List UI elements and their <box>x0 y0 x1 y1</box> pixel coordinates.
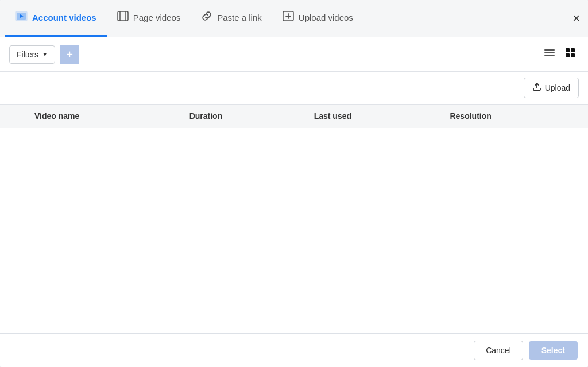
add-button[interactable]: + <box>60 45 79 64</box>
page-videos-icon <box>117 10 129 25</box>
paste-link-icon <box>201 10 212 25</box>
tab-paste-link[interactable]: Paste a link <box>191 0 272 37</box>
toolbar: Filters ▼ + <box>0 37 588 72</box>
upload-row: Upload <box>0 72 588 105</box>
tab-account-videos[interactable]: Account videos <box>5 0 107 37</box>
svg-rect-3 <box>118 11 128 21</box>
grid-view-button[interactable] <box>562 44 579 64</box>
videos-table: Video name Duration Last used Resolution <box>0 105 588 128</box>
svg-rect-13 <box>571 48 575 52</box>
close-button[interactable]: × <box>572 12 580 25</box>
upload-icon <box>532 82 541 94</box>
table-header-video-name: Video name <box>26 105 181 128</box>
tab-account-videos-label: Account videos <box>32 13 96 22</box>
table-header-checkbox <box>0 105 26 128</box>
modal-container: Account videos Page videos Paste a link <box>0 0 588 367</box>
tab-upload-videos-label: Upload videos <box>299 13 353 22</box>
upload-videos-icon <box>283 10 294 25</box>
svg-rect-15 <box>571 53 575 57</box>
svg-rect-12 <box>566 48 570 52</box>
add-icon: + <box>66 49 73 60</box>
footer: Cancel Select <box>0 333 588 367</box>
svg-rect-14 <box>566 53 570 57</box>
cancel-button[interactable]: Cancel <box>474 341 523 360</box>
filters-label: Filters <box>17 50 38 59</box>
grid-icon <box>564 47 577 62</box>
list-view-button[interactable] <box>541 44 558 64</box>
account-videos-icon <box>15 10 28 25</box>
tab-upload-videos[interactable]: Upload videos <box>272 0 363 37</box>
upload-button-label: Upload <box>545 83 570 92</box>
tab-page-videos-label: Page videos <box>133 13 181 22</box>
table-container: Video name Duration Last used Resolution <box>0 105 588 333</box>
table-header-resolution: Resolution <box>442 105 588 128</box>
table-header-last-used: Last used <box>306 105 442 128</box>
content-area: Upload Video name Duration Last used Res… <box>0 72 588 333</box>
filters-button[interactable]: Filters ▼ <box>9 45 55 64</box>
select-button[interactable]: Select <box>529 341 578 360</box>
tab-bar: Account videos Page videos Paste a link <box>0 0 588 37</box>
table-header-duration: Duration <box>181 105 306 128</box>
tab-paste-link-label: Paste a link <box>217 13 262 22</box>
list-icon <box>543 47 556 62</box>
view-toggle <box>541 44 579 64</box>
tab-page-videos[interactable]: Page videos <box>107 0 191 37</box>
upload-button[interactable]: Upload <box>524 78 579 98</box>
table-header-row: Video name Duration Last used Resolution <box>0 105 588 128</box>
chevron-down-icon: ▼ <box>42 51 48 57</box>
